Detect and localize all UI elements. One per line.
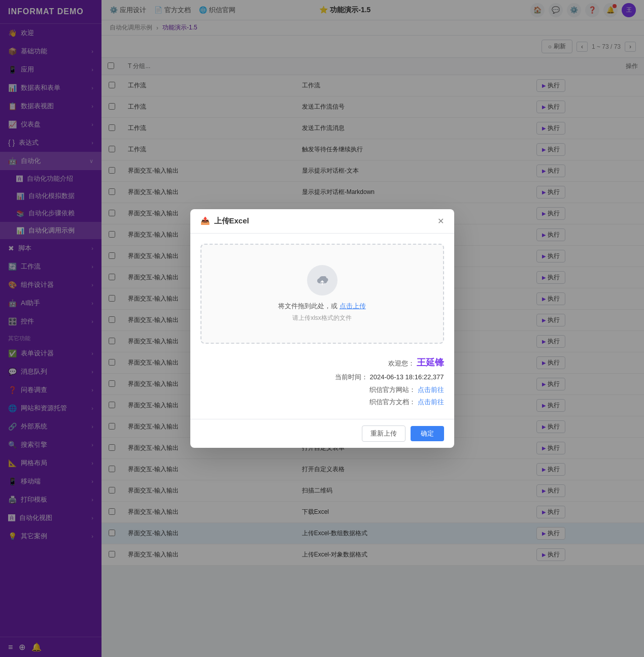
modal-title: 📤 上传Excel	[200, 216, 249, 226]
time-line: 当前时间： 2024-06-13 18:16:22,377	[200, 371, 444, 384]
upload-click-link[interactable]: 点击上传	[340, 302, 366, 310]
modal-overlay[interactable]: 📤 上传Excel ✕ 将文件拖到此处，或 点击上传 请上传xlsx格式的文件	[0, 0, 644, 657]
confirm-button[interactable]: 确定	[411, 426, 444, 441]
modal-footer: 重新上传 确定	[190, 419, 454, 448]
upload-drag-text: 将文件拖到此处，或 点击上传	[212, 302, 433, 311]
welcome-line: 欢迎您： 王延锋	[200, 354, 444, 371]
website-line: 织信官方网站： 点击前往	[200, 384, 444, 397]
modal-body: 将文件拖到此处，或 点击上传 请上传xlsx格式的文件 欢迎您： 王延锋 当前时…	[190, 234, 454, 419]
website-link[interactable]: 点击前往	[418, 386, 444, 393]
modal-close-button[interactable]: ✕	[437, 216, 444, 226]
reupload-button[interactable]: 重新上传	[362, 425, 405, 442]
current-time: 2024-06-13 18:16:22,377	[369, 373, 444, 381]
upload-hint: 请上传xlsx格式的文件	[212, 314, 433, 322]
docs-line: 织信官方文档： 点击前往	[200, 396, 444, 409]
user-welcome-name: 王延锋	[417, 357, 444, 368]
upload-title-icon: 📤	[200, 216, 210, 225]
modal-header: 📤 上传Excel ✕	[190, 209, 454, 234]
docs-link[interactable]: 点击前往	[418, 398, 444, 406]
upload-modal: 📤 上传Excel ✕ 将文件拖到此处，或 点击上传 请上传xlsx格式的文件	[190, 209, 454, 448]
upload-drop-zone[interactable]: 将文件拖到此处，或 点击上传 请上传xlsx格式的文件	[200, 244, 444, 344]
upload-cloud-icon	[307, 265, 337, 295]
info-section: 欢迎您： 王延锋 当前时间： 2024-06-13 18:16:22,377 织…	[200, 354, 444, 409]
